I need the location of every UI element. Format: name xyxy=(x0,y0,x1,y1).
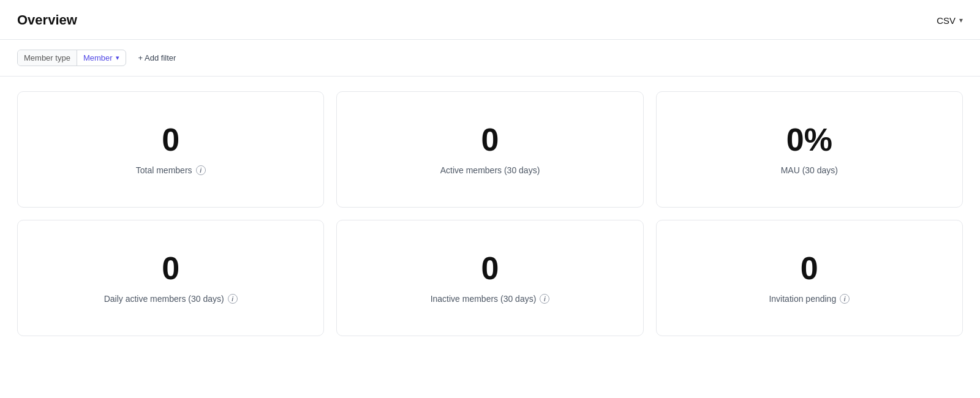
add-filter-button[interactable]: + Add filter xyxy=(134,50,181,66)
stat-card-daily-active-members: 0Daily active members (30 days)i xyxy=(17,220,324,336)
stat-label-total-members: Total membersi xyxy=(136,165,206,175)
member-type-filter-chip[interactable]: Member type Member ▾ xyxy=(17,50,126,66)
filter-chip-label: Member type xyxy=(18,50,77,66)
filter-chip-value-text: Member xyxy=(83,53,113,62)
stat-value-inactive-members: 0 xyxy=(481,252,499,284)
stat-card-invitation-pending: 0Invitation pendingi xyxy=(656,220,963,336)
stat-label-invitation-pending: Invitation pendingi xyxy=(769,294,850,304)
chevron-down-icon: ▾ xyxy=(116,54,119,62)
page-title: Overview xyxy=(17,12,77,28)
page-header: Overview CSV ▾ xyxy=(0,0,980,40)
stats-grid: 0Total membersi0Active members (30 days)… xyxy=(17,91,963,336)
main-content: 0Total membersi0Active members (30 days)… xyxy=(0,77,980,351)
stat-value-daily-active-members: 0 xyxy=(162,252,179,284)
info-icon[interactable]: i xyxy=(228,294,238,304)
stat-value-mau: 0% xyxy=(786,124,832,156)
csv-label: CSV xyxy=(937,15,956,26)
stat-value-invitation-pending: 0 xyxy=(801,252,818,284)
info-icon[interactable]: i xyxy=(196,165,206,175)
stat-label-active-members: Active members (30 days) xyxy=(440,165,540,175)
chevron-down-icon: ▾ xyxy=(959,16,963,24)
stat-card-inactive-members: 0Inactive members (30 days)i xyxy=(336,220,643,336)
stat-label-inactive-members: Inactive members (30 days)i xyxy=(431,294,550,304)
csv-button[interactable]: CSV ▾ xyxy=(937,15,963,26)
info-icon[interactable]: i xyxy=(540,294,549,304)
stat-value-active-members: 0 xyxy=(481,124,499,156)
stat-label-mau: MAU (30 days) xyxy=(781,165,838,175)
filter-bar: Member type Member ▾ + Add filter xyxy=(0,40,980,77)
stat-card-active-members: 0Active members (30 days) xyxy=(336,91,643,208)
info-icon[interactable]: i xyxy=(840,294,850,304)
stat-value-total-members: 0 xyxy=(162,124,179,156)
stat-label-daily-active-members: Daily active members (30 days)i xyxy=(104,294,238,304)
stat-card-total-members: 0Total membersi xyxy=(17,91,324,208)
stat-card-mau: 0%MAU (30 days) xyxy=(656,91,963,208)
filter-chip-value[interactable]: Member ▾ xyxy=(77,50,126,66)
